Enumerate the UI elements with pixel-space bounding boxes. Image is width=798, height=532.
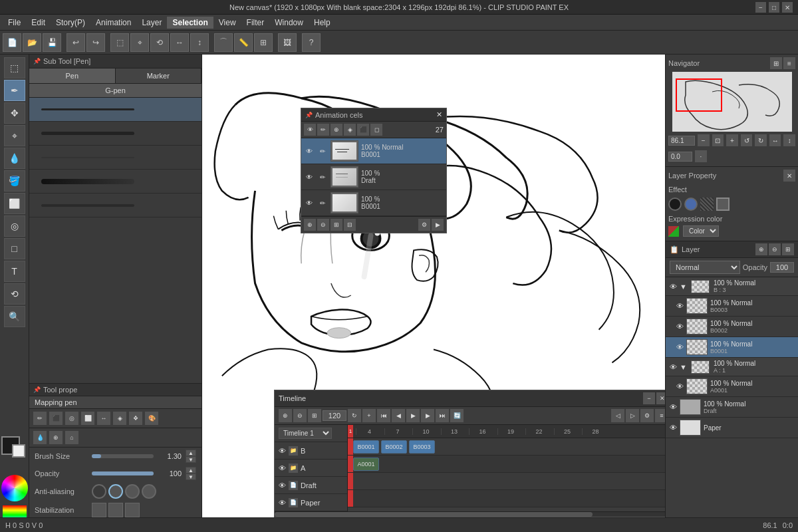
layer-draft[interactable]: 👁 100 % Normal Draft (666, 397, 798, 418)
tl-scrollbar-thumb[interactable] (275, 512, 593, 517)
tl-eye-draft[interactable]: 👁 (279, 481, 286, 489)
anim-new-cel[interactable]: ⊕ (304, 219, 316, 231)
anim-icon-3[interactable]: ⊕ (331, 124, 342, 136)
tool-blur[interactable]: ◎ (4, 215, 25, 237)
layer-paper[interactable]: 👁 Paper (666, 418, 798, 438)
aa-btn-high[interactable] (142, 484, 156, 499)
aa-btn-low[interactable] (108, 484, 123, 499)
prop-icon-4[interactable]: ⬜ (81, 412, 94, 425)
brush-size-slider[interactable] (92, 454, 154, 458)
tl-eye-a[interactable]: 👁 (279, 464, 286, 472)
tl-step-fwd[interactable]: ▶ (421, 409, 434, 422)
guide-btn[interactable]: ⊞ (254, 33, 273, 52)
nav-flip[interactable]: ↔ (769, 134, 781, 146)
minimize-btn[interactable]: − (755, 2, 766, 13)
prop-icon-5[interactable]: ↔ (97, 412, 110, 425)
cel-eye-1[interactable]: 👁 (304, 146, 315, 156)
a0001-eye[interactable]: 👁 (676, 382, 684, 390)
undo-btn[interactable]: ↩ (66, 33, 85, 52)
stab-btn-1[interactable] (92, 503, 106, 517)
menu-layer[interactable]: Layer (136, 17, 167, 29)
tool-text[interactable]: T (4, 261, 25, 282)
b0002-eye[interactable]: 👁 (676, 323, 684, 331)
brush-item-gpen[interactable] (29, 98, 201, 122)
b0003-eye[interactable]: 👁 (676, 302, 684, 310)
tool-lasso[interactable]: ⌖ (4, 125, 25, 146)
tl-settings-btn[interactable]: ⚙ (640, 409, 654, 422)
nav-coord-input[interactable] (668, 152, 692, 162)
layer-b0002[interactable]: 👁 100 % Normal B0002 (666, 317, 798, 337)
brush-item-3[interactable] (29, 146, 201, 170)
background-color[interactable] (12, 444, 25, 458)
effect-pattern[interactable] (700, 198, 714, 211)
layer-b0003[interactable]: 👁 100 % Normal B0003 (666, 296, 798, 317)
tl-cel-b0001[interactable]: B0001 (353, 440, 379, 454)
menu-help[interactable]: Help (309, 17, 336, 29)
tl-cel-b0002[interactable]: B0002 (381, 440, 407, 454)
tl-delete[interactable]: ⊖ (293, 409, 307, 422)
prop-icon-2[interactable]: ⬛ (49, 412, 63, 425)
lasso-btn[interactable]: ⌖ (130, 33, 149, 52)
effect-square[interactable] (716, 198, 730, 211)
nav-rotate-ccw[interactable]: ↺ (741, 134, 753, 146)
layer-merge[interactable]: ⊞ (782, 243, 794, 255)
layer-b0001[interactable]: 👁 100 % Normal B0001 (666, 337, 798, 358)
close-btn[interactable]: ✕ (782, 2, 793, 13)
nav-icon-1[interactable]: ⊞ (770, 57, 782, 69)
nav-rotate-cw[interactable]: ↻ (755, 134, 767, 146)
brush-item-2[interactable] (29, 122, 201, 146)
transform-btn[interactable]: ⟲ (150, 33, 169, 52)
menu-file[interactable]: File (3, 17, 26, 29)
canvas-area[interactable]: 📌 Animation cels ✕ 👁 ✏ ⊕ ◈ ⬛ ◻ 27 👁 (202, 55, 665, 532)
cel-item-active[interactable]: 👁 ✏ 100 % Normal B0001 (301, 138, 446, 164)
tl-add-cel[interactable]: + (362, 409, 376, 422)
layer-a0001[interactable]: 👁 100 % Normal A0001 (666, 376, 798, 397)
prop-icon-6[interactable]: ◈ (113, 412, 126, 425)
nav-zoom-out[interactable]: − (698, 134, 710, 146)
prop-icon-11[interactable]: ⌂ (65, 431, 78, 444)
maximize-btn[interactable]: □ (769, 2, 779, 13)
anim-settings[interactable]: ⚙ (418, 219, 430, 231)
anim-cels-close-icon[interactable]: ✕ (436, 110, 442, 119)
cel-eye-2[interactable]: 👁 (304, 172, 315, 182)
lp-close-icon[interactable]: ✕ (783, 170, 795, 182)
layer-opacity-input[interactable] (770, 262, 794, 273)
pen-tab[interactable]: Pen (29, 68, 116, 83)
stab-btn-2[interactable] (108, 503, 123, 517)
tl-copy[interactable]: ⊞ (308, 409, 321, 422)
tool-transform[interactable]: ⟲ (4, 283, 25, 305)
menu-animation[interactable]: Animation (90, 17, 136, 29)
tl-skip-first[interactable]: ⏮ (377, 409, 390, 422)
tl-folder-a[interactable]: 📁 (289, 464, 298, 473)
effect-circle-black[interactable] (668, 198, 682, 211)
opacity-stepper[interactable]: ▲▼ (186, 467, 196, 480)
redo-btn[interactable]: ↪ (86, 33, 105, 52)
draft-eye[interactable]: 👁 (670, 403, 677, 411)
anim-more[interactable]: ▶ (432, 219, 444, 231)
anim-del-cel[interactable]: ⊖ (317, 219, 329, 231)
group-b-eye[interactable]: 👁 (670, 283, 677, 291)
tl-onion-prev[interactable]: ◁ (611, 409, 624, 422)
ruler-btn[interactable]: 📏 (234, 33, 253, 52)
new-btn[interactable]: 📄 (3, 33, 21, 52)
cel-item-draft[interactable]: 👁 ✏ 100 % Draft (301, 164, 446, 190)
cel-lock-2[interactable]: ✏ (317, 172, 328, 182)
anim-paste-cel[interactable]: ⊟ (344, 219, 356, 231)
paper-eye[interactable]: 👁 (670, 424, 677, 432)
tool-selection[interactable]: ⬚ (4, 57, 25, 78)
menu-filter[interactable]: Filter (241, 17, 270, 29)
tl-frame-input[interactable] (323, 410, 346, 421)
tl-onion-next[interactable]: ▷ (626, 409, 639, 422)
tl-play[interactable]: ▶ (406, 409, 420, 422)
group-a-eye[interactable]: 👁 (670, 363, 677, 371)
open-btn[interactable]: 📂 (23, 33, 41, 52)
prop-icon-7[interactable]: ❖ (129, 412, 142, 425)
anim-copy-cel[interactable]: ⊞ (331, 219, 342, 231)
brush-size-stepper[interactable]: ▲▼ (186, 450, 196, 463)
aa-btn-none[interactable] (92, 484, 106, 499)
effect-circle-blue[interactable] (684, 198, 698, 211)
view-mode-btn[interactable]: 🖼 (278, 33, 297, 52)
tl-loop[interactable]: ↻ (348, 409, 361, 422)
tl-folder-b[interactable]: 📁 (289, 446, 298, 456)
stab-btn-3[interactable] (125, 503, 140, 517)
